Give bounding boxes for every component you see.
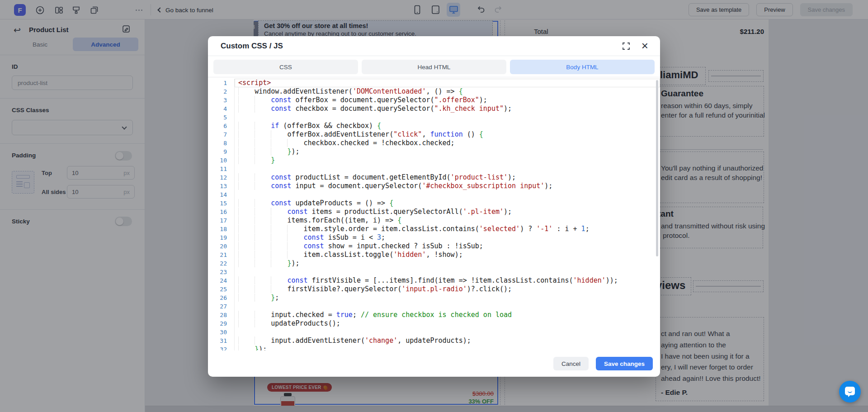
code-line: 8 checkbox.checked = !checkbox.checked; <box>208 139 660 147</box>
code-line: 29 updateProducts(); <box>208 319 660 328</box>
code-line: 12 const productList = document.getEleme… <box>208 173 660 182</box>
cancel-button[interactable]: Cancel <box>553 357 589 370</box>
modal-tab-body-html[interactable]: Body HTML <box>510 60 655 74</box>
code-line: 9 }); <box>208 147 660 156</box>
code-line: 13 const input = document.querySelector(… <box>208 182 660 190</box>
code-line: 2 window.addEventListener('DOMContentLoa… <box>208 87 660 96</box>
code-line: 16 const items = productList.querySelect… <box>208 208 660 216</box>
code-editor[interactable]: 1<script>2 window.addEventListener('DOMC… <box>208 77 660 350</box>
code-line: 1<script> <box>208 79 660 87</box>
code-line: 4 const checkbox = document.querySelecto… <box>208 104 660 113</box>
code-line: 11 <box>208 165 660 173</box>
code-line: 17 items.forEach((item, i) => { <box>208 216 660 225</box>
code-line: 15 const updateProducts = () => { <box>208 199 660 208</box>
code-line: 27 <box>208 302 660 311</box>
code-line: 23 <box>208 268 660 276</box>
code-line: 7 offerBox.addEventListener("click", fun… <box>208 130 660 139</box>
code-line: 6 if (offerBox && checkbox) { <box>208 122 660 130</box>
editor-scrollbar[interactable] <box>656 80 658 256</box>
modal-tabs: CSSHead HTMLBody HTML <box>208 56 660 77</box>
code-line: 21 item.classList.toggle('hidden', !show… <box>208 251 660 259</box>
code-line: 3 const offerBox = document.querySelecto… <box>208 96 660 104</box>
code-line: 25 firstVisible?.querySelector('input.pl… <box>208 285 660 294</box>
code-line: 18 item.style.order = item.classList.con… <box>208 225 660 233</box>
close-icon[interactable]: × <box>642 38 648 53</box>
code-line: 22 }); <box>208 259 660 268</box>
code-line: 20 const show = input.checked ? isSub : … <box>208 242 660 251</box>
code-line: 31 input.addEventListener('change', upda… <box>208 336 660 345</box>
code-line: 19 const isSub = i < 3; <box>208 233 660 242</box>
save-changes-button[interactable]: Save changes <box>596 357 653 370</box>
code-line: 26 }; <box>208 294 660 302</box>
chat-widget-button[interactable] <box>839 381 861 403</box>
code-line: 30 <box>208 328 660 336</box>
modal-tab-head-html[interactable]: Head HTML <box>362 60 506 74</box>
code-line: 10 } <box>208 156 660 165</box>
code-line: 5 <box>208 113 660 122</box>
modal-tab-css[interactable]: CSS <box>213 60 358 74</box>
expand-icon[interactable] <box>622 42 630 50</box>
custom-css-js-modal: Custom CSS / JS × CSSHead HTMLBody HTML … <box>208 36 660 377</box>
code-line: 32 }); <box>208 345 660 350</box>
code-line: 14 <box>208 190 660 199</box>
modal-title: Custom CSS / JS <box>221 42 283 51</box>
code-line: 24 const firstVisible = [...items].find(… <box>208 276 660 285</box>
chat-bubble-tail <box>848 394 851 397</box>
code-line: 28 input.checked = true; // ensure check… <box>208 311 660 319</box>
